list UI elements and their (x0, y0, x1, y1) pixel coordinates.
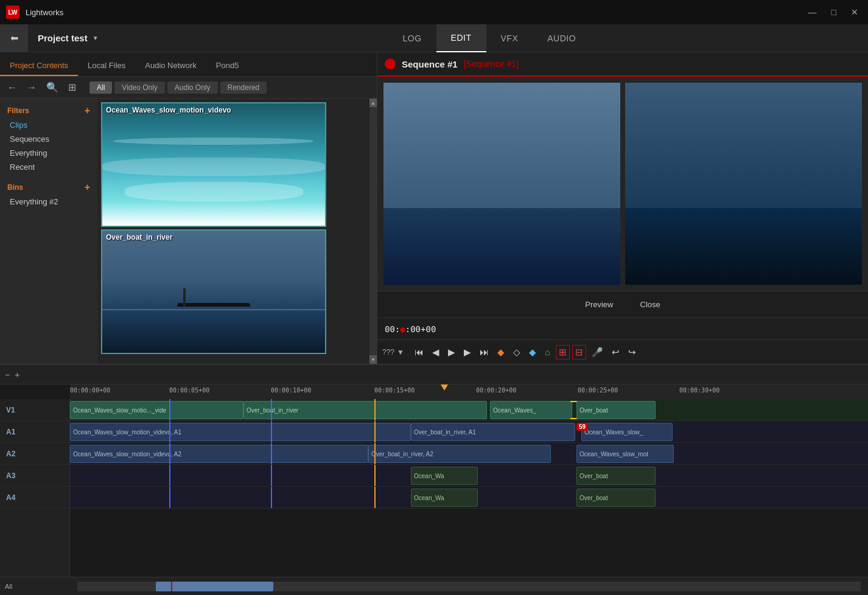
filters-sidebar: Filters + Clips Sequences Everything Rec… (0, 99, 97, 364)
playhead-blue-2 (271, 399, 272, 420)
all-label: All (5, 583, 75, 590)
tab-vfx[interactable]: VFX (486, 24, 533, 52)
project-name: Project test (28, 33, 93, 43)
cut-button[interactable]: ⊟ (572, 345, 586, 360)
preview-left[interactable] (383, 83, 620, 285)
clip-item-boat[interactable]: Over_boat_in_river (101, 229, 326, 354)
add-bin-button[interactable]: + (85, 183, 90, 192)
zoom-out-button[interactable]: − (5, 370, 10, 380)
track-area: V1 A1 A2 A3 A4 Ocean_Waves_slow_motio...… (0, 399, 868, 577)
left-panel: Project Contents Local Files Audio Netwo… (0, 52, 377, 364)
app-title: Lightworks (26, 8, 63, 17)
preview-button[interactable]: Preview (578, 298, 620, 311)
back-icon: ⬅ (10, 32, 18, 44)
forward-button[interactable]: → (24, 81, 39, 94)
tab-log[interactable]: LOG (388, 24, 436, 52)
track-a4: Ocean_Wa Over_boat (70, 487, 868, 509)
source-tabs-row: Project Contents Local Files Audio Netwo… (0, 52, 377, 77)
filter-audio-only[interactable]: Audio Only (167, 82, 218, 94)
redo-button[interactable]: ↪ (625, 345, 639, 360)
a1-playhead-blue-1 (169, 421, 170, 442)
slice-button[interactable]: ⊞ (556, 345, 570, 360)
tab-audio[interactable]: AUDIO (533, 24, 590, 52)
playhead-gold-triangle (441, 384, 448, 391)
undo-button[interactable]: ↩ (609, 345, 623, 360)
close-button[interactable]: ✕ (847, 6, 862, 18)
scroll-up-button[interactable]: ▲ (369, 99, 377, 107)
timecode-marker: ● (400, 324, 405, 334)
tab-pond5[interactable]: Pond5 (206, 56, 249, 76)
mark-in-button[interactable]: ◆ (494, 345, 508, 360)
v1-clip-2[interactable]: Over_boat_in_river (243, 401, 487, 419)
a2-clip-1[interactable]: Ocean_Waves_slow_motion_videvo, A2 (70, 445, 368, 463)
clip-item-ocean[interactable]: Ocean_Waves_slow_motion_videvo (101, 102, 326, 227)
zoom-in-button[interactable]: + (15, 370, 19, 380)
back-button[interactable]: ← (5, 81, 19, 94)
scroll-down-button[interactable]: ▼ (369, 355, 377, 364)
tc-25: 00:00:25+00 (578, 387, 618, 394)
a3-clip-2[interactable]: Over_boat (576, 467, 656, 485)
v1-clip-1[interactable]: Ocean_Waves_slow_motio..._vide (70, 401, 243, 419)
timeline-section: − + 00:00:00+00 00:00:05+00 00:00:10+00 … (0, 364, 868, 595)
play-button[interactable]: ▶ (445, 345, 458, 360)
mic-button[interactable]: 🎤 (589, 345, 606, 360)
search-button[interactable]: 🔍 (44, 80, 61, 94)
sidebar-item-everything[interactable]: Everything (0, 146, 97, 160)
sidebar-item-everything2[interactable]: Everything #2 (0, 195, 97, 209)
a1-clip-1[interactable]: Ocean_Waves_slow_motion_videvo, A1 (70, 423, 411, 441)
sequence-bracket-title: [Sequence #1] (464, 59, 519, 69)
diamond-button[interactable]: ◇ (510, 345, 523, 360)
filter-all[interactable]: All (89, 82, 112, 94)
v1-clip-3[interactable]: Ocean_Waves_ (490, 401, 572, 419)
maximize-button[interactable]: □ (828, 6, 840, 18)
tab-local-files[interactable]: Local Files (78, 56, 135, 76)
a3-clip-1[interactable]: Ocean_Wa (411, 467, 478, 485)
track-label-v1: V1 (0, 399, 69, 421)
home-button[interactable]: ⌂ (542, 345, 553, 359)
mini-selection (156, 582, 273, 591)
a2-clip-2[interactable]: Over_boat_in_river, A2 (368, 445, 551, 463)
back-to-projects-button[interactable]: ⬅ (0, 24, 28, 52)
go-first-button[interactable]: ⏮ (411, 345, 427, 359)
tc-30: 00:00:30+00 (679, 387, 719, 394)
sequence-dropdown[interactable]: ??? ▼ (382, 348, 404, 357)
sidebar-item-sequences[interactable]: Sequences (0, 132, 97, 146)
mark-out-button[interactable]: ◆ (526, 345, 539, 360)
sequence-indicator (385, 58, 396, 69)
sidebar-item-clips[interactable]: Clips (0, 118, 97, 132)
a4-clip-1[interactable]: Ocean_Wa (411, 489, 478, 507)
a1-playhead-blue-2 (271, 421, 272, 442)
tracks-container: Ocean_Waves_slow_motio..._vide Over_boat… (70, 399, 868, 577)
track-v1: Ocean_Waves_slow_motio..._vide Over_boat… (70, 399, 868, 421)
clips-grid: Ocean_Waves_slow_motion_videvo Over_boat… (97, 99, 377, 364)
close-preview-button[interactable]: Close (633, 298, 668, 311)
tab-audio-network[interactable]: Audio Network (135, 56, 206, 76)
tab-project-contents[interactable]: Project Contents (0, 56, 78, 76)
preview-right[interactable] (625, 83, 862, 285)
add-filter-button[interactable]: + (85, 106, 90, 116)
tab-edit[interactable]: EDIT (436, 24, 486, 52)
filter-rendered[interactable]: Rendered (220, 82, 267, 94)
sequence-viewer: Sequence #1 [Sequence #1] Preview Close (377, 52, 868, 364)
minimize-button[interactable]: — (805, 6, 821, 18)
sidebar-item-recent[interactable]: Recent (0, 160, 97, 174)
filter-video-only[interactable]: Video Only (114, 82, 164, 94)
timeline-header: − + (0, 365, 868, 384)
a1-clip-2[interactable]: Over_boat_in_river, A1 (411, 423, 575, 441)
step-back-button[interactable]: ◀ (429, 345, 443, 360)
step-forward-button[interactable]: ▶ (461, 345, 474, 360)
grid-view-button[interactable]: ⊞ (66, 80, 79, 94)
a2-clip-3[interactable]: Ocean_Waves_slow_mot (576, 445, 674, 463)
playhead-gold (374, 399, 376, 420)
mini-timeline[interactable] (77, 582, 861, 591)
mini-cursor (171, 582, 172, 591)
a1-clip-3[interactable]: Ocean_Waves_slow_ (581, 423, 673, 441)
a4-clip-2[interactable]: Over_boat (576, 489, 656, 507)
title-bar: LW Lightworks — □ ✕ (0, 0, 868, 24)
go-last-button[interactable]: ⏭ (477, 345, 492, 359)
clips-scrollbar[interactable]: ▲ ▼ (369, 99, 377, 364)
v1-clip-4[interactable]: Over_boat (576, 401, 656, 419)
clip-thumbnail-ocean (102, 103, 325, 226)
project-dropdown-arrow[interactable]: ▼ (93, 35, 99, 41)
a1-playhead-gold (374, 421, 376, 442)
